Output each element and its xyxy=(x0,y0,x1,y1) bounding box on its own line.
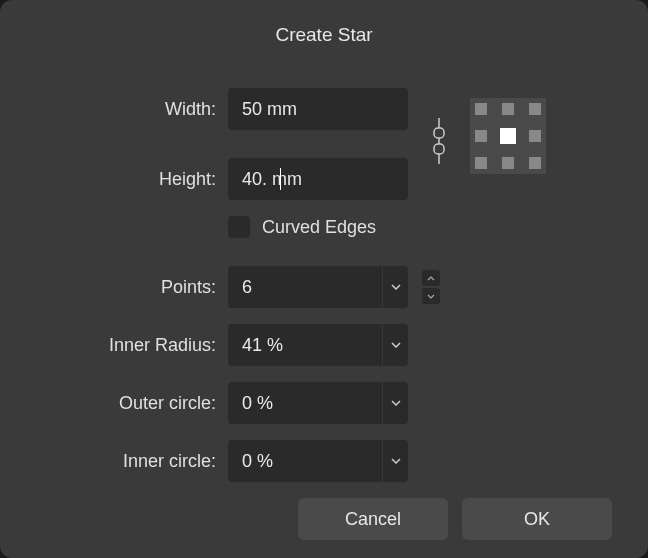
outer-circle-dropdown[interactable] xyxy=(382,382,408,424)
form-area: Width: Height: xyxy=(0,88,648,498)
chevron-down-icon xyxy=(427,294,435,299)
ok-button[interactable]: OK xyxy=(462,498,612,540)
anchor-widget xyxy=(470,98,546,174)
cancel-button[interactable]: Cancel xyxy=(298,498,448,540)
dialog-title: Create Star xyxy=(0,24,648,46)
anchor-bl[interactable] xyxy=(475,157,487,169)
anchor-br[interactable] xyxy=(529,157,541,169)
inner-circle-input[interactable] xyxy=(228,440,382,482)
anchor-tr[interactable] xyxy=(529,103,541,115)
height-label: Height: xyxy=(36,169,216,190)
inner-circle-label: Inner circle: xyxy=(36,451,216,472)
height-input[interactable] xyxy=(228,158,408,200)
anchor-bc[interactable] xyxy=(502,157,514,169)
chevron-up-icon xyxy=(427,276,435,281)
outer-circle-label: Outer circle: xyxy=(36,393,216,414)
width-input[interactable] xyxy=(228,88,408,130)
svg-rect-0 xyxy=(434,128,444,138)
inner-radius-input[interactable] xyxy=(228,324,382,366)
anchor-tl[interactable] xyxy=(475,103,487,115)
text-cursor xyxy=(280,168,281,190)
points-step-up[interactable] xyxy=(422,270,440,286)
points-input[interactable] xyxy=(228,266,382,308)
inner-radius-dropdown[interactable] xyxy=(382,324,408,366)
inner-circle-dropdown[interactable] xyxy=(382,440,408,482)
chevron-down-icon xyxy=(391,342,401,348)
anchor-ml[interactable] xyxy=(475,130,487,142)
chevron-down-icon xyxy=(391,284,401,290)
anchor-center[interactable] xyxy=(500,128,516,144)
curved-edges-checkbox[interactable] xyxy=(228,216,250,238)
link-aspect-icon[interactable] xyxy=(428,114,450,168)
anchor-tc[interactable] xyxy=(502,103,514,115)
points-label: Points: xyxy=(36,277,216,298)
anchor-mr[interactable] xyxy=(529,130,541,142)
width-label: Width: xyxy=(36,99,216,120)
chevron-down-icon xyxy=(391,458,401,464)
inner-radius-label: Inner Radius: xyxy=(36,335,216,356)
points-dropdown[interactable] xyxy=(382,266,408,308)
create-star-dialog: Create Star Width: Height: xyxy=(0,0,648,558)
outer-circle-input[interactable] xyxy=(228,382,382,424)
curved-edges-label: Curved Edges xyxy=(262,217,376,238)
chevron-down-icon xyxy=(391,400,401,406)
points-step-down[interactable] xyxy=(422,288,440,304)
svg-rect-1 xyxy=(434,144,444,154)
